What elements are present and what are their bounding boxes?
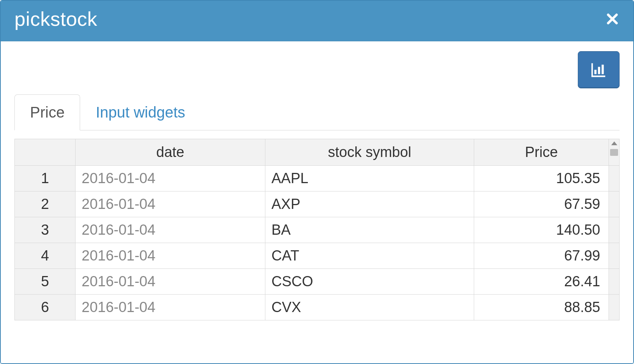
scroll-thumb[interactable] — [610, 149, 618, 156]
svg-rect-2 — [595, 70, 597, 74]
panel-title: pickstock — [14, 8, 97, 30]
table-row[interactable]: 12016-01-04AAPL105.35 — [15, 166, 620, 191]
col-header-price[interactable]: Price — [474, 139, 609, 166]
cell-symbol[interactable]: CVX — [265, 295, 474, 320]
close-button[interactable] — [605, 9, 620, 29]
toolbar — [14, 51, 620, 88]
scrollbar-track[interactable] — [609, 295, 620, 320]
cell-date[interactable]: 2016-01-04 — [76, 166, 265, 191]
cell-price[interactable]: 105.35 — [474, 166, 609, 191]
row-number: 3 — [15, 217, 76, 243]
cell-price[interactable]: 26.41 — [474, 269, 609, 295]
col-header-symbol[interactable]: stock symbol — [265, 139, 474, 166]
row-number: 4 — [15, 243, 76, 269]
chart-button[interactable] — [578, 51, 620, 88]
tab-price[interactable]: Price — [14, 94, 80, 130]
data-grid: date stock symbol Price 12016-01-04AAPL1… — [14, 139, 620, 320]
tab-input-widgets[interactable]: Input widgets — [80, 94, 201, 130]
table-row[interactable]: 42016-01-04CAT67.99 — [15, 243, 620, 269]
bar-chart-icon — [590, 61, 607, 78]
table-row[interactable]: 52016-01-04CSCO26.41 — [15, 269, 620, 295]
panel-header: pickstock — [1, 1, 633, 41]
scrollbar-track[interactable] — [609, 191, 620, 217]
close-icon — [605, 12, 620, 26]
scrollbar-track[interactable] — [609, 269, 620, 295]
cell-date[interactable]: 2016-01-04 — [76, 295, 265, 320]
cell-symbol[interactable]: AAPL — [265, 166, 474, 191]
cell-date[interactable]: 2016-01-04 — [76, 243, 265, 269]
scrollbar-track[interactable] — [609, 243, 620, 269]
scrollbar[interactable] — [609, 139, 620, 166]
tabs: Price Input widgets — [14, 94, 620, 130]
scrollbar-track[interactable] — [609, 217, 620, 243]
cell-date[interactable]: 2016-01-04 — [76, 217, 265, 243]
table-header-row: date stock symbol Price — [15, 139, 620, 166]
row-number: 6 — [15, 295, 76, 320]
cell-symbol[interactable]: BA — [265, 217, 474, 243]
table-row[interactable]: 32016-01-04BA140.50 — [15, 217, 620, 243]
col-header-rownum[interactable] — [15, 139, 76, 166]
scrollbar-track[interactable] — [609, 166, 620, 191]
table-row[interactable]: 22016-01-04AXP67.59 — [15, 191, 620, 217]
cell-price[interactable]: 140.50 — [474, 217, 609, 243]
row-number: 1 — [15, 166, 76, 191]
cell-price[interactable]: 67.99 — [474, 243, 609, 269]
table-row[interactable]: 62016-01-04CVX88.85 — [15, 295, 620, 320]
col-header-date[interactable]: date — [76, 139, 265, 166]
scroll-up-icon — [611, 141, 617, 145]
row-number: 5 — [15, 269, 76, 295]
cell-symbol[interactable]: CAT — [265, 243, 474, 269]
svg-rect-4 — [602, 65, 604, 74]
svg-rect-3 — [598, 67, 600, 74]
cell-symbol[interactable]: AXP — [265, 191, 474, 217]
panel: pickstock Price Input widgets — [0, 0, 634, 364]
row-number: 2 — [15, 191, 76, 217]
cell-symbol[interactable]: CSCO — [265, 269, 474, 295]
cell-price[interactable]: 67.59 — [474, 191, 609, 217]
panel-body: Price Input widgets date stock symbol Pr… — [1, 41, 633, 363]
cell-date[interactable]: 2016-01-04 — [76, 191, 265, 217]
cell-date[interactable]: 2016-01-04 — [76, 269, 265, 295]
cell-price[interactable]: 88.85 — [474, 295, 609, 320]
